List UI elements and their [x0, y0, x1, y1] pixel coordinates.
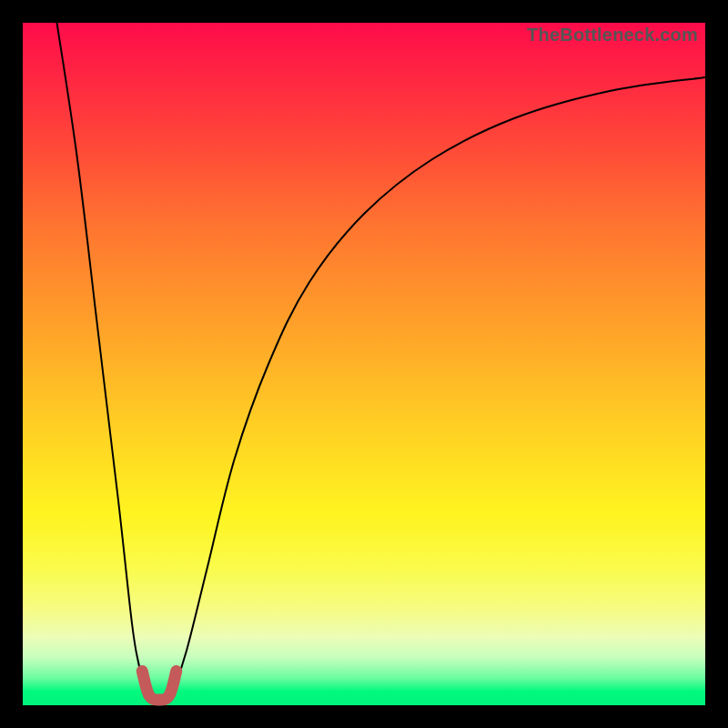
- chart-frame: TheBottleneck.com: [0, 0, 728, 728]
- valley-marker: [142, 672, 177, 701]
- curve-right: [173, 77, 705, 692]
- plot-area: TheBottleneck.com: [23, 23, 705, 705]
- chart-svg: [23, 23, 705, 705]
- curve-left: [57, 23, 147, 692]
- attribution-label: TheBottleneck.com: [527, 25, 698, 46]
